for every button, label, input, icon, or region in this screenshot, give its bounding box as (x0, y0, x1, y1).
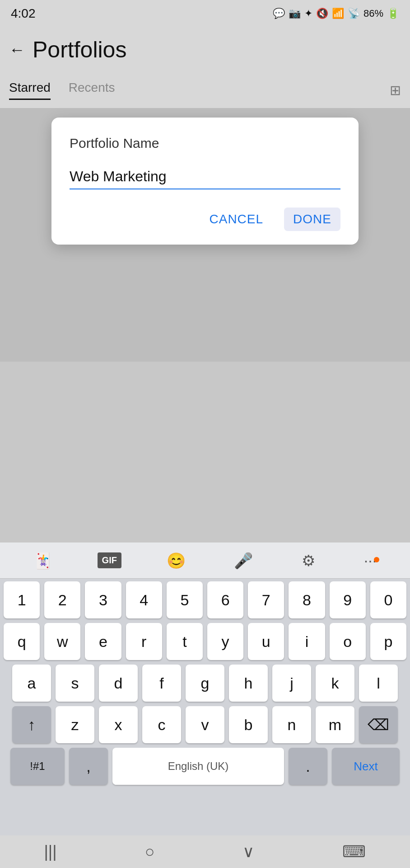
cancel-button[interactable]: CANCEL (202, 208, 271, 231)
back-button[interactable]: ← (9, 40, 25, 59)
key-e[interactable]: e (85, 623, 121, 660)
key-0[interactable]: 0 (370, 581, 406, 618)
key-shift[interactable]: ↑ (12, 706, 51, 743)
nav-bar: ||| ○ ∨ ⌨ (0, 835, 410, 868)
done-button[interactable]: DONE (284, 208, 340, 231)
tab-bar: Starred Recents ⊞ (0, 72, 410, 108)
key-8[interactable]: 8 (289, 581, 325, 618)
dialog: Portfolio Name CANCEL DONE (51, 118, 359, 245)
mute-icon: 🔇 (316, 8, 328, 19)
tabs-container: Starred Recents (9, 80, 115, 100)
video-icon: 📷 (289, 8, 301, 19)
key-f[interactable]: f (142, 665, 181, 702)
key-n[interactable]: n (272, 706, 311, 743)
app-bar: ← Portfolios (0, 27, 410, 72)
key-b[interactable]: b (229, 706, 268, 743)
nav-back-button[interactable]: ||| (44, 842, 57, 861)
more-container: ··· (360, 552, 380, 569)
grid-view-icon[interactable]: ⊞ (390, 82, 401, 98)
key-9[interactable]: 9 (330, 581, 366, 618)
key-1[interactable]: 1 (4, 581, 40, 618)
key-d[interactable]: d (99, 665, 138, 702)
nav-keyboard-button[interactable]: ⌨ (342, 842, 366, 861)
key-u[interactable]: u (248, 623, 284, 660)
key-next[interactable]: Next (332, 748, 400, 785)
key-symbols[interactable]: !#1 (10, 748, 65, 785)
key-r[interactable]: r (126, 623, 162, 660)
key-4[interactable]: 4 (126, 581, 162, 618)
sticker-icon[interactable]: 🃏 (30, 548, 56, 573)
mic-icon[interactable]: 🎤 (230, 548, 256, 573)
zxcv-row: ↑ z x c v b n m ⌫ (4, 706, 406, 743)
emoji-icon[interactable]: 😊 (163, 548, 189, 573)
qwerty-row: q w e r t y u i o p (4, 623, 406, 660)
key-3[interactable]: 3 (85, 581, 121, 618)
keyboard-area: 🃏 GIF 😊 🎤 ⚙ ··· 1 2 3 4 5 6 7 8 9 0 q w … (0, 542, 410, 868)
key-t[interactable]: t (167, 623, 203, 660)
dialog-overlay: Portfolio Name CANCEL DONE (0, 108, 410, 362)
key-z[interactable]: z (56, 706, 94, 743)
key-l[interactable]: l (359, 665, 398, 702)
gif-button[interactable]: GIF (98, 552, 121, 568)
signal-icon: 📡 (348, 8, 360, 19)
key-w[interactable]: w (44, 623, 80, 660)
key-v[interactable]: v (186, 706, 224, 743)
key-2[interactable]: 2 (44, 581, 80, 618)
key-o[interactable]: o (330, 623, 366, 660)
messenger-icon: 💬 (273, 8, 285, 19)
key-7[interactable]: 7 (248, 581, 284, 618)
keyboard-toolbar: 🃏 GIF 😊 🎤 ⚙ ··· (0, 542, 410, 579)
status-bar: 4:02 💬 📷 ✦ 🔇 📶 📡 86% 🔋 (0, 0, 410, 27)
number-row: 1 2 3 4 5 6 7 8 9 0 (4, 581, 406, 618)
key-h[interactable]: h (229, 665, 268, 702)
status-icons: 💬 📷 ✦ 🔇 📶 📡 86% 🔋 (273, 8, 399, 19)
key-g[interactable]: g (186, 665, 224, 702)
key-m[interactable]: m (316, 706, 354, 743)
key-i[interactable]: i (289, 623, 325, 660)
portfolio-name-input[interactable] (70, 165, 340, 189)
wifi-icon: 📶 (332, 8, 344, 19)
key-p[interactable]: p (370, 623, 406, 660)
tab-recents[interactable]: Recents (69, 80, 115, 100)
key-s[interactable]: s (56, 665, 94, 702)
tab-starred[interactable]: Starred (9, 80, 51, 100)
key-x[interactable]: x (99, 706, 138, 743)
dialog-input-container (70, 165, 340, 189)
key-j[interactable]: j (272, 665, 311, 702)
nav-home-button[interactable]: ○ (145, 842, 155, 861)
status-time: 4:02 (11, 6, 36, 21)
key-comma[interactable]: , (69, 748, 108, 785)
key-backspace[interactable]: ⌫ (359, 706, 398, 743)
nav-recents-button[interactable]: ∨ (242, 842, 254, 861)
dialog-title: Portfolio Name (70, 136, 340, 151)
key-k[interactable]: k (316, 665, 354, 702)
key-6[interactable]: 6 (207, 581, 243, 618)
asdf-row: a s d f g h j k l (4, 665, 406, 702)
battery-icon: 🔋 (387, 8, 399, 19)
keyboard-keys: 1 2 3 4 5 6 7 8 9 0 q w e r t y u i o p … (0, 579, 410, 792)
key-period[interactable]: . (289, 748, 327, 785)
key-5[interactable]: 5 (167, 581, 203, 618)
key-a[interactable]: a (12, 665, 51, 702)
bottom-row: !#1 , English (UK) . Next (4, 748, 406, 785)
main-content: ★ Portfolio Name CANCEL DONE (0, 108, 410, 362)
settings-icon[interactable]: ⚙ (298, 548, 319, 573)
key-c[interactable]: c (142, 706, 181, 743)
page-title: Portfolios (33, 37, 126, 63)
battery-text: 86% (363, 8, 383, 19)
bluetooth-icon: ✦ (304, 8, 312, 19)
key-space[interactable]: English (UK) (112, 748, 284, 785)
key-y[interactable]: y (207, 623, 243, 660)
dialog-actions: CANCEL DONE (70, 208, 340, 231)
key-q[interactable]: q (4, 623, 40, 660)
